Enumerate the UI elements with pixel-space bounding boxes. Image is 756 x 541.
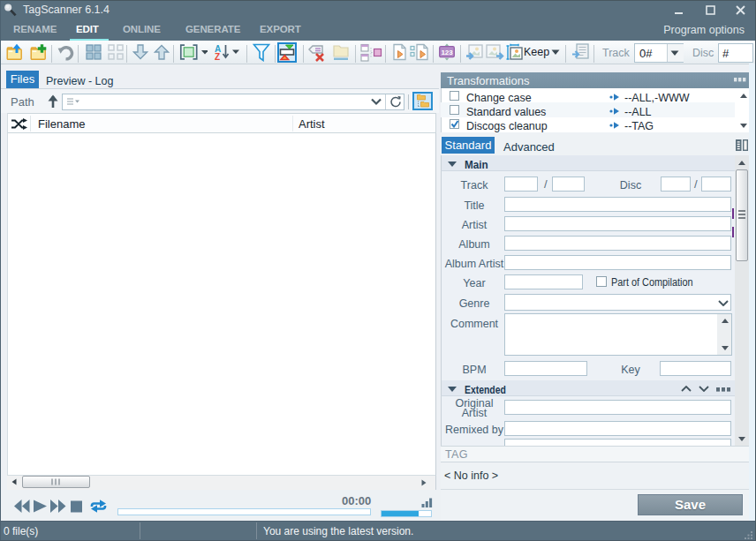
svg-text:Z: Z — [215, 52, 220, 62]
svg-text:123: 123 — [441, 49, 453, 56]
